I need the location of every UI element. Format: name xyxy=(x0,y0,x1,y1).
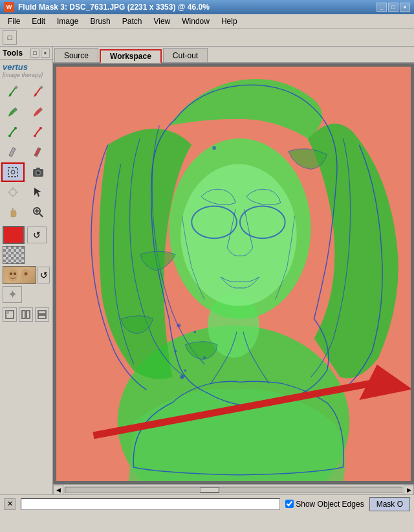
tools-panel: Tools □ × vertus [image therapy] xyxy=(0,47,53,494)
svg-line-25 xyxy=(39,214,43,217)
background-color-swatch[interactable] xyxy=(3,246,25,264)
app-icon: W xyxy=(4,2,14,12)
window-title: Fluid Mask 3: DSC_7631.JPG (2231 x 3353)… xyxy=(18,3,210,12)
restore-tool[interactable] xyxy=(27,142,50,162)
secondary-toolbar: □ xyxy=(0,28,414,47)
menu-image[interactable]: Image xyxy=(52,16,83,27)
menu-window[interactable]: Window xyxy=(177,16,215,27)
hand-tool[interactable] xyxy=(1,203,25,222)
tab-source[interactable]: Source xyxy=(54,48,98,62)
mask-tab-button[interactable]: Mask O xyxy=(369,497,410,511)
svg-point-49 xyxy=(193,331,196,333)
maximize-button[interactable]: □ xyxy=(388,3,398,12)
svg-point-32 xyxy=(25,272,28,276)
face-preview xyxy=(3,266,36,284)
show-object-edges-checkbox[interactable] xyxy=(285,500,294,508)
svg-rect-37 xyxy=(38,311,46,314)
menubar: File Edit Image Brush Patch View Window … xyxy=(0,14,414,28)
tab-cutout[interactable]: Cut-out xyxy=(163,48,208,62)
logo-sub-text: [image therapy] xyxy=(3,72,50,78)
red-brush-tool[interactable] xyxy=(27,102,50,122)
rotate-tool[interactable]: ↺ xyxy=(27,227,47,243)
extra-tool-1[interactable]: ✦ xyxy=(3,286,22,303)
show-object-edges-checkbox-area: Show Object Edges xyxy=(285,500,364,509)
menu-brush[interactable]: Brush xyxy=(85,16,115,27)
menu-view[interactable]: View xyxy=(148,16,175,27)
svg-point-9 xyxy=(8,135,11,137)
canvas-area[interactable] xyxy=(53,63,414,484)
horizontal-scrollbar[interactable]: ◀ ▶ xyxy=(53,484,414,494)
svg-rect-17 xyxy=(36,168,40,170)
show-object-edges-label: Show Object Edges xyxy=(296,500,364,509)
logo-main-text: vertus xyxy=(3,62,50,72)
scroll-track[interactable] xyxy=(65,487,402,493)
view-icon-1[interactable] xyxy=(3,307,17,322)
toolbar-checkbox[interactable]: □ xyxy=(3,30,17,45)
svg-point-10 xyxy=(39,127,42,129)
bottom-icons xyxy=(0,305,52,324)
zoom-tool[interactable] xyxy=(27,203,50,222)
svg-rect-35 xyxy=(22,311,25,318)
svg-point-46 xyxy=(212,146,216,150)
svg-rect-12 xyxy=(8,168,17,177)
foreground-color-swatch[interactable] xyxy=(3,226,25,244)
svg-point-52 xyxy=(180,375,184,379)
menu-help[interactable]: Help xyxy=(216,16,243,27)
svg-point-47 xyxy=(177,324,180,327)
scroll-left-button[interactable]: ◀ xyxy=(53,485,63,495)
pencil-tool[interactable] xyxy=(1,82,25,102)
svg-point-31 xyxy=(14,272,16,275)
svg-point-50 xyxy=(174,350,177,353)
status-input[interactable] xyxy=(21,498,280,510)
svg-marker-23 xyxy=(34,188,41,197)
window-controls[interactable]: _ □ × xyxy=(376,3,410,12)
svg-rect-34 xyxy=(6,311,9,314)
titlebar: W Fluid Mask 3: DSC_7631.JPG (2231 x 335… xyxy=(0,0,414,14)
svg-point-30 xyxy=(10,272,12,275)
minimize-button[interactable]: _ xyxy=(376,3,387,12)
tools-dock-button[interactable]: □ xyxy=(30,49,39,58)
scroll-right-button[interactable]: ▶ xyxy=(404,485,414,495)
svg-point-48 xyxy=(203,357,206,359)
svg-point-8 xyxy=(14,127,17,129)
green-pen-tool[interactable] xyxy=(1,122,25,142)
close-button[interactable]: × xyxy=(400,3,410,12)
scroll-thumb[interactable] xyxy=(200,487,219,493)
svg-point-18 xyxy=(10,189,16,195)
menu-patch[interactable]: Patch xyxy=(117,16,147,27)
tools-label: Tools xyxy=(3,49,23,58)
red-pen-tool[interactable] xyxy=(27,122,50,142)
view-icon-2[interactable] xyxy=(19,307,33,322)
image-canvas xyxy=(56,67,411,481)
content-area: Source Workspace Cut-out xyxy=(53,47,414,494)
red-pencil-tool[interactable] xyxy=(27,82,50,102)
svg-point-11 xyxy=(34,135,36,137)
menu-edit[interactable]: Edit xyxy=(27,16,50,27)
selection-tool[interactable] xyxy=(1,162,25,182)
tools-close-button[interactable]: × xyxy=(41,49,50,58)
svg-point-28 xyxy=(8,269,18,282)
menu-file[interactable]: File xyxy=(3,16,25,27)
tools-panel-header: Tools □ × xyxy=(0,47,52,60)
svg-point-16 xyxy=(37,172,40,175)
svg-rect-38 xyxy=(38,315,46,318)
color-section: ↺ ↺ ✦ xyxy=(0,223,52,305)
view-icon-3[interactable] xyxy=(35,307,49,322)
svg-point-13 xyxy=(11,170,15,174)
main-layout: Tools □ × vertus [image therapy] xyxy=(0,47,414,494)
green-brush-tool[interactable] xyxy=(1,102,25,122)
tool-grid xyxy=(0,81,52,223)
status-icon[interactable]: ✕ xyxy=(4,498,16,510)
face-tool-option[interactable]: ↺ xyxy=(38,267,50,283)
erase-tool[interactable] xyxy=(1,142,25,162)
canvas-viewport xyxy=(53,63,414,484)
camera-tool[interactable] xyxy=(27,162,50,182)
statusbar: ✕ Show Object Edges Mask O xyxy=(0,494,414,513)
tab-bar: Source Workspace Cut-out xyxy=(53,47,414,63)
tab-workspace[interactable]: Workspace xyxy=(100,49,162,63)
magic-wand-tool[interactable] xyxy=(1,183,25,202)
vertus-logo: vertus [image therapy] xyxy=(0,60,52,81)
arrow-tool[interactable] xyxy=(27,183,50,202)
svg-rect-36 xyxy=(27,311,30,318)
svg-point-51 xyxy=(184,369,186,371)
